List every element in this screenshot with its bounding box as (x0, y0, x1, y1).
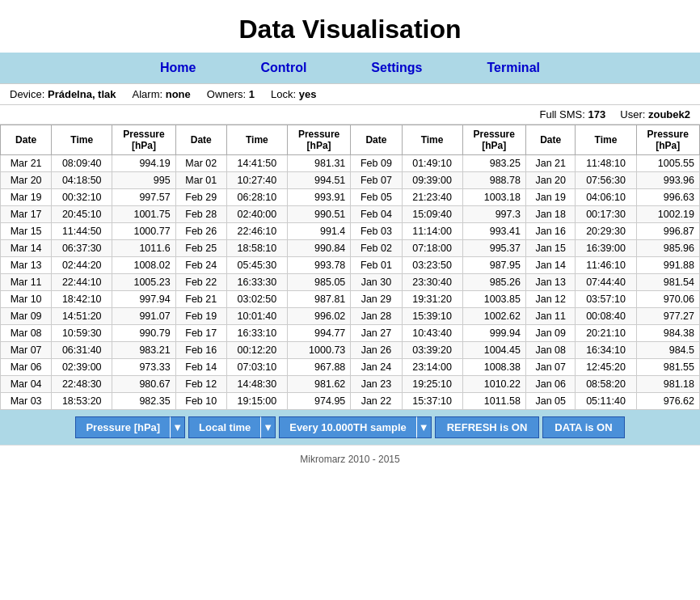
refresh-button[interactable]: REFRESH is ON (435, 416, 540, 438)
nav-control[interactable]: Control (260, 61, 306, 75)
date-cell: Jan 05 (525, 393, 576, 410)
time-cell: 22:44:10 (52, 274, 112, 291)
time-cell: 19:25:10 (402, 376, 462, 393)
table-row: Mar 0318:53:20982.35Feb 1019:15:00974.95… (1, 393, 700, 410)
date-cell: Mar 19 (1, 189, 52, 206)
alarm-info: Alarm: none (133, 88, 191, 100)
nav-settings[interactable]: Settings (371, 61, 422, 75)
data-button[interactable]: DATA is ON (542, 416, 624, 438)
pressure-cell: 983.25 (462, 155, 525, 172)
time-cell: 11:14:00 (402, 223, 462, 240)
table-row: Mar 0914:51:20991.07Feb 1910:01:40996.02… (1, 308, 700, 325)
pressure-cell: 984.38 (636, 325, 699, 342)
page-title: Data Visualisation (0, 0, 700, 53)
date-cell: Feb 22 (175, 274, 226, 291)
time-cell: 07:56:30 (576, 172, 636, 189)
nav-terminal[interactable]: Terminal (487, 61, 540, 75)
pressure-cell: 993.96 (636, 172, 699, 189)
time-cell: 22:46:10 (226, 223, 287, 240)
date-cell: Feb 04 (351, 206, 402, 223)
pressure-cell: 981.54 (636, 274, 699, 291)
bottom-controls: Pressure [hPa] ▼ Local time ▼ Every 10.0… (0, 410, 700, 445)
date-cell: Jan 06 (525, 376, 576, 393)
pressure-dropdown[interactable]: ▼ (170, 416, 185, 438)
pressure-cell: 980.67 (112, 376, 175, 393)
date-cell: Feb 03 (351, 223, 402, 240)
col-date-3: Date (351, 125, 402, 155)
pressure-cell: 999.94 (462, 325, 525, 342)
pressure-cell: 981.55 (636, 359, 699, 376)
pressure-cell: 993.78 (287, 257, 350, 274)
table-row: Mar 1302:44:201008.02Feb 2405:45:30993.7… (1, 257, 700, 274)
sample-button[interactable]: Every 10.000TH sample (279, 416, 416, 438)
date-cell: Jan 20 (525, 172, 576, 189)
device-label: Device: Prádelna, tlak (10, 88, 116, 100)
date-cell: Jan 14 (525, 257, 576, 274)
table-row: Mar 1900:32:10997.57Feb 2906:28:10993.91… (1, 189, 700, 206)
date-cell: Jan 13 (525, 274, 576, 291)
date-cell: Mar 09 (1, 308, 52, 325)
pressure-cell: 993.41 (462, 223, 525, 240)
date-cell: Mar 14 (1, 240, 52, 257)
table-row: Mar 0602:39:00973.33Feb 1407:03:10967.88… (1, 359, 700, 376)
time-cell: 11:44:50 (52, 223, 112, 240)
time-cell: 06:37:30 (52, 240, 112, 257)
time-cell: 05:45:30 (226, 257, 287, 274)
date-cell: Feb 17 (175, 325, 226, 342)
data-table: Date Time Pressure[hPa] Date Time Pressu… (0, 125, 700, 410)
lock-info: Lock: yes (271, 88, 316, 100)
time-cell: 07:03:10 (226, 359, 287, 376)
table-header-row: Date Time Pressure[hPa] Date Time Pressu… (1, 125, 700, 155)
date-cell: Feb 07 (351, 172, 402, 189)
col-pressure-2: Pressure[hPa] (287, 125, 350, 155)
time-cell: 03:23:50 (402, 257, 462, 274)
time-cell: 02:40:00 (226, 206, 287, 223)
date-cell: Feb 01 (351, 257, 402, 274)
date-cell: Jan 21 (525, 155, 576, 172)
date-cell: Mar 08 (1, 325, 52, 342)
pressure-cell: 990.79 (112, 325, 175, 342)
pressure-cell: 997.3 (462, 206, 525, 223)
time-cell: 05:11:40 (576, 393, 636, 410)
info-bar: Device: Prádelna, tlak Alarm: none Owner… (0, 83, 700, 105)
time-cell: 03:02:50 (226, 291, 287, 308)
pressure-cell: 1000.73 (287, 342, 350, 359)
navigation-bar: Home Control Settings Terminal (0, 53, 700, 83)
date-cell: Jan 18 (525, 206, 576, 223)
date-cell: Jan 11 (525, 308, 576, 325)
pressure-cell: 1000.77 (112, 223, 175, 240)
date-cell: Jan 30 (351, 274, 402, 291)
pressure-cell: 983.21 (112, 342, 175, 359)
sample-dropdown[interactable]: ▼ (416, 416, 432, 438)
pressure-cell: 987.95 (462, 257, 525, 274)
date-cell: Feb 10 (175, 393, 226, 410)
localtime-control: Local time ▼ (188, 416, 276, 438)
pressure-cell: 974.95 (287, 393, 350, 410)
pressure-cell: 1003.18 (462, 189, 525, 206)
date-cell: Mar 21 (1, 155, 52, 172)
pressure-cell: 1008.38 (462, 359, 525, 376)
nav-home[interactable]: Home (160, 61, 196, 75)
pressure-cell: 997.94 (112, 291, 175, 308)
pressure-cell: 1004.45 (462, 342, 525, 359)
localtime-button[interactable]: Local time (188, 416, 260, 438)
pressure-cell: 985.05 (287, 274, 350, 291)
status-bar: Full SMS: 173 User: zoubek2 (0, 105, 700, 125)
date-cell: Feb 12 (175, 376, 226, 393)
localtime-dropdown[interactable]: ▼ (260, 416, 276, 438)
date-cell: Jan 12 (525, 291, 576, 308)
date-cell: Mar 20 (1, 172, 52, 189)
date-cell: Feb 26 (175, 223, 226, 240)
pressure-button[interactable]: Pressure [hPa] (75, 416, 170, 438)
pressure-cell: 993.91 (287, 189, 350, 206)
pressure-cell: 981.18 (636, 376, 699, 393)
date-cell: Mar 01 (175, 172, 226, 189)
pressure-cell: 996.63 (636, 189, 699, 206)
time-cell: 10:43:40 (402, 325, 462, 342)
time-cell: 00:32:10 (52, 189, 112, 206)
pressure-cell: 1011.6 (112, 240, 175, 257)
time-cell: 10:59:30 (52, 325, 112, 342)
date-cell: Feb 25 (175, 240, 226, 257)
col-date-4: Date (525, 125, 576, 155)
time-cell: 02:44:20 (52, 257, 112, 274)
